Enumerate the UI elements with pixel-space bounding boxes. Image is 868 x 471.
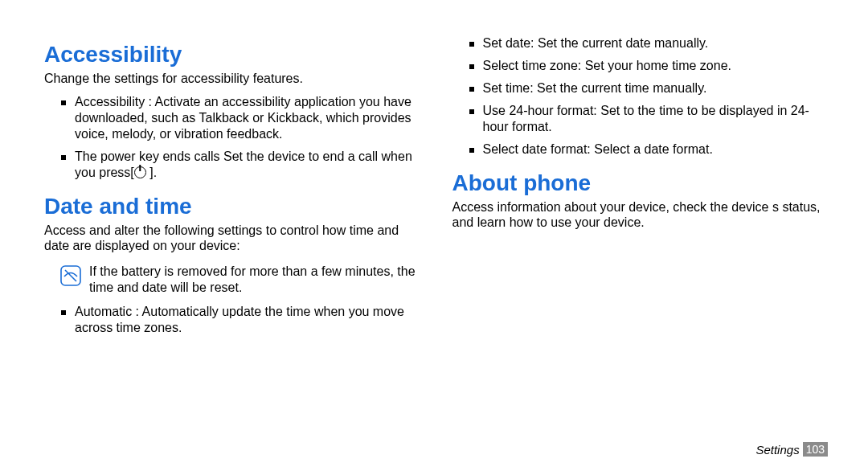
note-row: If the battery is removed for more than … — [60, 264, 420, 296]
datetime-item-auto: ￭ Automatic : Automatically update the t… — [44, 304, 420, 336]
datetime-item-tz-text: Select time zone: Set your home time zon… — [483, 58, 829, 74]
bullet-icon: ￭ — [60, 149, 75, 165]
datetime-item-auto-text: Automatic : Automatically update the tim… — [75, 304, 420, 336]
datetime-item-tz: ￭ Select time zone: Set your home time z… — [452, 58, 829, 74]
note-icon — [60, 265, 81, 286]
power-key-icon — [134, 166, 146, 178]
accessibility-item-1-text: Accessibility : Activate an accessibilit… — [75, 94, 420, 142]
heading-date-time: Date and time — [44, 194, 420, 219]
accessibility-item-2-pre: The power key ends calls Set the device … — [75, 149, 412, 179]
manual-page: Accessibility Change the settings for ac… — [0, 0, 868, 471]
datetime-item-setdate-text: Set date: Set the current date manually. — [483, 35, 829, 51]
datetime-item-datefmt: ￭ Select date format: Select a date form… — [452, 141, 829, 158]
accessibility-item-1: ￭ Accessibility : Activate an accessibil… — [44, 94, 420, 142]
bullet-icon: ￭ — [469, 141, 483, 158]
datetime-item-settime-text: Set time: Set the current time manually. — [483, 80, 829, 96]
page-number-badge: 103 — [803, 442, 828, 457]
bullet-icon: ￭ — [60, 94, 75, 110]
datetime-lead: Access and alter the following settings … — [44, 223, 420, 253]
datetime-item-setdate: ￭ Set date: Set the current date manuall… — [452, 35, 829, 51]
bullet-icon: ￭ — [469, 35, 483, 51]
right-column: ￭ Set date: Set the current date manuall… — [452, 32, 829, 455]
accessibility-item-2-text: The power key ends calls Set the device … — [75, 149, 420, 181]
note-text: If the battery is removed for more than … — [89, 264, 420, 296]
accessibility-item-2-post: ]. — [146, 166, 157, 179]
left-column: Accessibility Change the settings for ac… — [44, 32, 420, 455]
datetime-item-settime: ￭ Set time: Set the current time manuall… — [452, 80, 829, 96]
heading-accessibility: Accessibility — [44, 42, 420, 68]
bullet-icon: ￭ — [60, 304, 75, 320]
about-lead: Access information about your device, ch… — [452, 199, 829, 230]
accessibility-lead: Change the settings for accessibility fe… — [44, 71, 420, 86]
datetime-item-datefmt-text: Select date format: Select a date format… — [483, 141, 829, 158]
accessibility-item-2: ￭ The power key ends calls Set the devic… — [44, 149, 420, 181]
bullet-icon: ￭ — [469, 80, 483, 96]
bullet-icon: ￭ — [469, 103, 483, 119]
bullet-icon: ￭ — [469, 58, 483, 74]
datetime-item-24h: ￭ Use 24-hour format: Set to the time to… — [452, 103, 829, 135]
datetime-item-24h-text: Use 24-hour format: Set to the time to b… — [483, 103, 829, 135]
footer-section: Settings — [755, 443, 799, 457]
page-footer: Settings 103 — [755, 442, 828, 457]
heading-about-phone: About phone — [452, 170, 829, 196]
